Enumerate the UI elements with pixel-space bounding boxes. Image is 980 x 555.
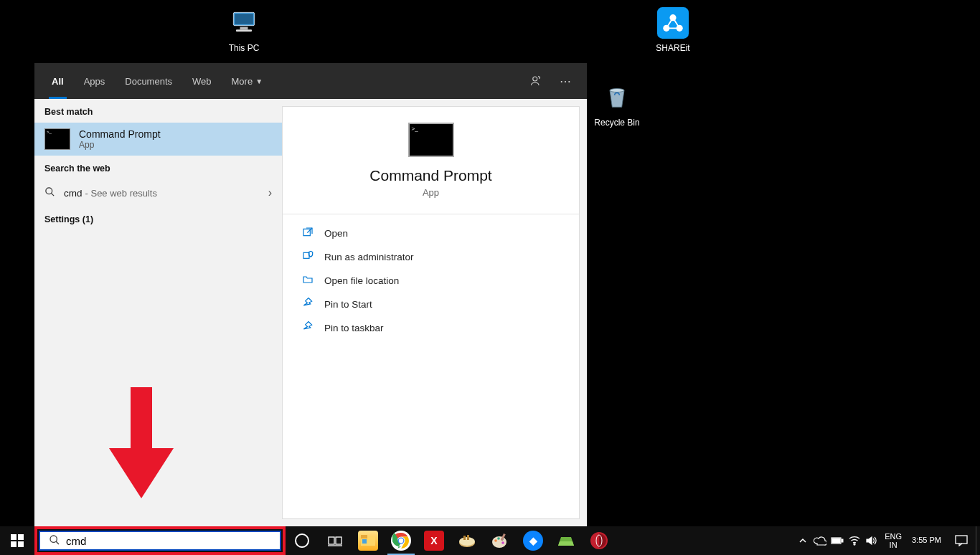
tray-volume-icon[interactable] — [863, 526, 880, 555]
svg-rect-19 — [18, 541, 24, 547]
desktop-icon-recycle-bin[interactable]: Recycle Bin — [588, 80, 646, 128]
app-icon: ◆ — [523, 531, 543, 551]
search-tabs-bar: All Apps Documents Web More ▼ ⋯ — [34, 63, 587, 99]
svg-rect-50 — [956, 536, 967, 544]
taskbar-app-explorer[interactable] — [352, 526, 385, 555]
action-pin-taskbar[interactable]: Pin to taskbar — [283, 316, 579, 340]
chevron-right-icon: › — [268, 186, 272, 199]
tray-battery-icon[interactable] — [829, 526, 846, 555]
svg-rect-46 — [842, 539, 843, 542]
action-label: Open file location — [324, 275, 399, 286]
app-icon — [589, 531, 609, 551]
taskbar-search-highlight — [34, 526, 286, 555]
search-settings-heading[interactable]: Settings (1) — [34, 207, 282, 230]
tray-time: 3:55 PM — [912, 536, 941, 545]
search-tab-apps[interactable]: Apps — [74, 63, 116, 99]
search-icon — [44, 186, 55, 199]
action-label: Open — [324, 228, 348, 239]
svg-point-39 — [501, 541, 504, 544]
desktop-icon-label: SHAREit — [644, 43, 702, 53]
action-open[interactable]: Open — [283, 222, 579, 245]
detail-subtitle: App — [283, 187, 579, 198]
taskbar-app-paint[interactable] — [484, 526, 517, 555]
tray-language[interactable]: ENG IN — [880, 532, 906, 549]
taskbar-app-5[interactable] — [583, 526, 616, 555]
svg-rect-2 — [240, 27, 248, 30]
tray-clock[interactable]: 3:55 PM — [906, 536, 947, 545]
app-icon — [457, 531, 477, 551]
desktop-icon-label: This PC — [215, 43, 273, 53]
svg-rect-22 — [329, 537, 334, 544]
action-label: Run as administrator — [324, 252, 414, 262]
search-result-name: Command Prompt — [79, 128, 161, 140]
svg-marker-15 — [109, 448, 174, 498]
pin-icon — [301, 298, 314, 311]
svg-point-30 — [399, 539, 403, 543]
action-pin-start[interactable]: Pin to Start — [283, 293, 579, 316]
search-web-hint: - See web results — [85, 188, 157, 199]
taskbar: X ◆ ENG IN 3:55 PM — [0, 526, 980, 555]
pin-icon — [301, 321, 314, 335]
svg-rect-33 — [463, 536, 466, 540]
search-tab-web[interactable]: Web — [182, 63, 222, 99]
svg-point-37 — [497, 537, 500, 540]
action-run-admin[interactable]: Run as administrator — [283, 245, 579, 269]
desktop-icon-this-pc[interactable]: This PC — [215, 6, 273, 53]
tray-lang-primary: ENG — [885, 532, 902, 541]
svg-rect-16 — [11, 534, 17, 540]
shield-icon — [301, 250, 314, 264]
best-match-heading: Best match — [34, 99, 282, 123]
search-web-result[interactable]: cmd - See web results › — [34, 179, 282, 207]
search-tab-all[interactable]: All — [42, 63, 74, 99]
svg-rect-47 — [832, 539, 840, 543]
taskbar-search-box[interactable] — [39, 531, 281, 551]
folder-icon — [301, 274, 314, 288]
svg-point-36 — [494, 539, 497, 542]
taskbar-app-4[interactable] — [550, 526, 583, 555]
search-icon — [49, 534, 60, 548]
file-explorer-icon — [358, 531, 378, 551]
tray-overflow-button[interactable] — [794, 526, 811, 555]
svg-rect-4 — [657, 7, 689, 39]
action-label: Pin to Start — [324, 299, 372, 310]
search-tab-more[interactable]: More ▼ — [222, 63, 273, 99]
taskbar-search-input[interactable] — [66, 535, 280, 547]
taskbar-app-chrome[interactable] — [385, 526, 418, 555]
taskbar-app-1[interactable]: X — [418, 526, 451, 555]
show-desktop-button[interactable] — [976, 526, 980, 555]
app-icon — [556, 531, 576, 551]
search-web-query: cmd — [64, 188, 83, 199]
task-view-button[interactable] — [319, 526, 352, 555]
svg-rect-23 — [336, 537, 341, 544]
svg-line-21 — [56, 541, 59, 544]
notification-icon — [955, 535, 968, 546]
feedback-icon[interactable] — [522, 67, 551, 95]
wifi-icon — [849, 536, 860, 546]
taskbar-app-3[interactable]: ◆ — [517, 526, 550, 555]
svg-point-9 — [533, 77, 537, 81]
desktop-icon-label: Recycle Bin — [588, 118, 646, 128]
search-result-type: App — [79, 140, 161, 150]
desktop-icon-shareit[interactable]: SHAREit — [644, 6, 702, 53]
search-detail-pane: Command Prompt App Open Run as administr… — [282, 106, 580, 519]
search-tab-documents[interactable]: Documents — [115, 63, 182, 99]
action-center-button[interactable] — [947, 526, 976, 555]
task-view-icon — [328, 535, 342, 546]
svg-rect-1 — [235, 14, 253, 24]
cortana-button[interactable] — [286, 526, 319, 555]
search-result-command-prompt[interactable]: Command Prompt App — [34, 123, 282, 156]
shareit-icon — [656, 6, 690, 40]
chevron-up-icon — [798, 536, 807, 545]
action-open-location[interactable]: Open file location — [283, 269, 579, 293]
taskbar-app-2[interactable] — [451, 526, 484, 555]
start-button[interactable] — [0, 526, 34, 555]
recycle-bin-icon — [600, 80, 634, 115]
svg-line-11 — [51, 193, 54, 196]
chevron-down-icon: ▼ — [255, 77, 263, 85]
tray-wifi-icon[interactable] — [846, 526, 863, 555]
svg-point-20 — [50, 536, 57, 542]
svg-point-10 — [46, 188, 52, 194]
chrome-icon — [391, 531, 411, 551]
tray-onedrive-icon[interactable] — [811, 526, 829, 555]
more-options-icon[interactable]: ⋯ — [551, 67, 580, 95]
